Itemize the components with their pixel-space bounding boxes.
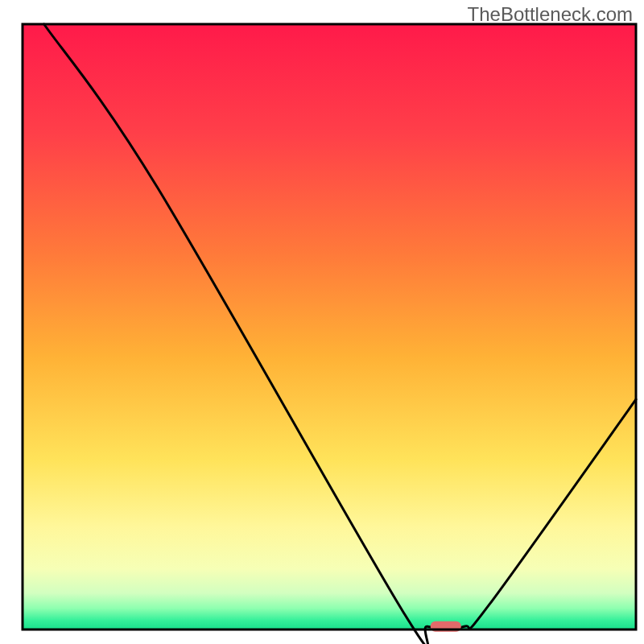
gradient-background <box>23 24 636 630</box>
watermark-text: TheBottleneck.com <box>468 3 633 26</box>
bottleneck-chart <box>0 0 644 644</box>
plot-area <box>23 24 636 644</box>
chart-container: TheBottleneck.com <box>0 0 644 644</box>
